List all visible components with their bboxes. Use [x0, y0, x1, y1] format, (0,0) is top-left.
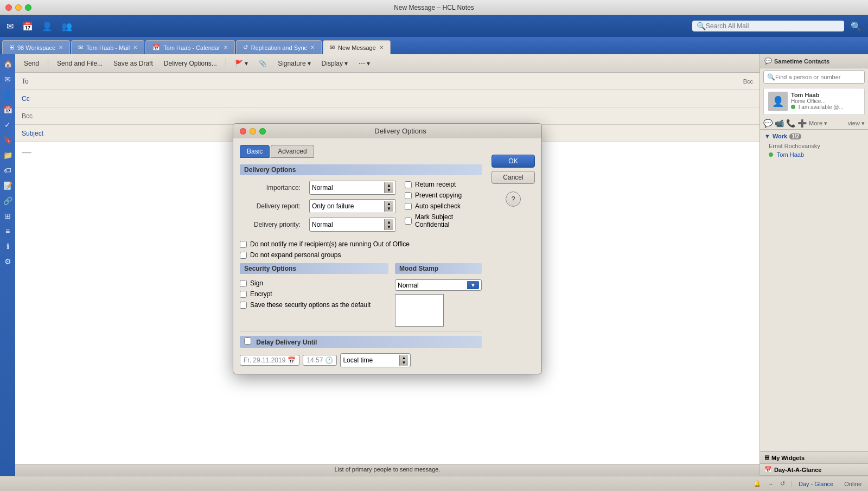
minimize-button[interactable]: [15, 4, 22, 11]
groups-nav-icon[interactable]: 👥: [59, 19, 74, 34]
cancel-button[interactable]: Cancel: [492, 171, 535, 184]
importance-select[interactable]: Normal ▲▼: [309, 181, 396, 195]
sidebar-calendar-icon[interactable]: 📅: [2, 104, 14, 115]
dialog-min-button[interactable]: [250, 128, 256, 135]
bcc-input[interactable]: [43, 112, 753, 120]
cc-field-row: Cc: [15, 90, 760, 107]
video-icon[interactable]: 📹: [775, 119, 784, 127]
dialog-titlebar: Delivery Options: [233, 124, 541, 138]
delay-timezone-select[interactable]: Local time ▲▼: [340, 353, 411, 367]
delivery-report-select[interactable]: Only on failure ▲▼: [309, 199, 396, 213]
tab-replication[interactable]: ↺ Replication and Sync ✕: [236, 40, 322, 54]
sidebar-tag-icon[interactable]: 🏷: [3, 165, 12, 176]
calendar-icon[interactable]: 📅: [288, 356, 296, 364]
find-person-input[interactable]: [775, 74, 861, 80]
sidebar-folder-icon[interactable]: 📁: [2, 150, 14, 161]
chat-icon[interactable]: 💬: [763, 119, 773, 127]
timezone-arrow: ▲▼: [399, 355, 409, 366]
display-button[interactable]: Display ▾: [317, 58, 352, 69]
my-widgets-section[interactable]: ⊞ My Widgets: [760, 452, 868, 464]
sidebar-list-icon[interactable]: ≡: [4, 226, 11, 237]
find-person-field: 🔍: [763, 71, 865, 84]
to-label[interactable]: To: [22, 78, 43, 85]
cc-label[interactable]: Cc: [22, 95, 43, 103]
sidebar-settings-icon[interactable]: ⚙: [3, 256, 12, 267]
sidebar-note-icon[interactable]: 📝: [2, 180, 14, 191]
sidebar-bookmark-icon[interactable]: 🔖: [2, 135, 14, 145]
more-button[interactable]: ⋯ ▾: [354, 58, 374, 69]
ok-button[interactable]: OK: [492, 155, 535, 168]
replication-tab-close[interactable]: ✕: [310, 44, 315, 50]
do-not-notify-checkbox[interactable]: [240, 241, 247, 248]
mail-nav-icon[interactable]: ✉: [4, 19, 16, 34]
bcc-label[interactable]: Bcc: [22, 112, 43, 120]
calendar-nav-icon[interactable]: 📅: [20, 19, 35, 34]
toolbar-sep-2: [226, 58, 226, 69]
close-button[interactable]: [5, 4, 12, 11]
sidebar-mail-icon[interactable]: ✉: [3, 74, 12, 85]
workspace-tab-close[interactable]: ✕: [59, 44, 63, 50]
tab-workspace[interactable]: ⊞ 98 Workspace ✕: [2, 40, 70, 54]
dialog-close-button[interactable]: [240, 128, 246, 135]
tab-newmessage[interactable]: ✉ New Message ✕: [323, 40, 391, 54]
sidebar-home-icon[interactable]: 🏠: [2, 59, 14, 69]
tab-mail[interactable]: ✉ Tom Haab - Mail ✕: [71, 40, 144, 54]
dialog-max-button[interactable]: [259, 128, 266, 135]
send-and-file-button[interactable]: Send and File...: [53, 58, 107, 69]
sidebar-info-icon[interactable]: ℹ: [5, 241, 10, 252]
sidebar-grid-icon[interactable]: ⊞: [3, 211, 12, 221]
bcc-toggle[interactable]: Bcc: [743, 78, 753, 85]
calendar-tab-close[interactable]: ✕: [224, 44, 228, 50]
search-button[interactable]: 🔍: [848, 19, 864, 34]
mail-tab-close[interactable]: ✕: [133, 44, 137, 50]
attachment-button[interactable]: 📎: [254, 58, 271, 69]
sidebar-person-icon[interactable]: 👤: [2, 89, 14, 100]
maximize-button[interactable]: [25, 4, 31, 11]
help-button[interactable]: ?: [506, 192, 521, 207]
prevent-copying-checkbox[interactable]: [405, 192, 412, 199]
replication-tab-icon: ↺: [243, 44, 248, 51]
delay-date-input[interactable]: Fr. 29.11.2019 📅: [240, 355, 299, 366]
delay-time-input[interactable]: 14:57 🕐: [303, 355, 337, 366]
return-receipt-checkbox[interactable]: [405, 181, 412, 188]
to-input[interactable]: [43, 78, 743, 85]
auto-spellcheck-checkbox[interactable]: [405, 203, 412, 210]
send-button[interactable]: Send: [20, 58, 43, 69]
do-not-expand-checkbox[interactable]: [240, 252, 247, 259]
delivery-options-button[interactable]: Delivery Options...: [159, 58, 221, 69]
sidebar-connect-icon[interactable]: 🔗: [2, 195, 14, 206]
encrypt-checkbox[interactable]: [240, 291, 247, 298]
sidebar-task-icon[interactable]: ✓: [3, 119, 12, 130]
view-icon[interactable]: view ▾: [848, 120, 865, 127]
cc-input[interactable]: [43, 95, 753, 103]
day-at-a-glance-section[interactable]: 📅 Day-At-A-Glance: [760, 464, 868, 476]
dialog-tab-advanced[interactable]: Advanced: [271, 145, 314, 158]
work-header[interactable]: ▼ Work 1/2: [764, 133, 864, 139]
save-as-draft-button[interactable]: Save as Draft: [109, 58, 157, 69]
sametime-header: 💬 Sametime Contacts: [760, 54, 868, 68]
find-icon: 🔍: [767, 73, 775, 81]
save-security-checkbox[interactable]: [240, 302, 247, 309]
delay-checkbox[interactable]: [244, 337, 251, 345]
tab-calendar[interactable]: 📅 Tom Haab - Calendar ✕: [145, 40, 235, 54]
search-input[interactable]: [706, 22, 840, 30]
sign-checkbox[interactable]: [240, 280, 247, 287]
more-icon[interactable]: More ▾: [809, 120, 827, 127]
add-icon[interactable]: ➕: [797, 119, 807, 127]
day-glance-tab[interactable]: Day - Glance: [792, 481, 833, 487]
flag-button[interactable]: 🚩 ▾: [231, 58, 252, 69]
mark-confidential-checkbox[interactable]: [405, 218, 412, 225]
compose-status: List of primary people to send message.: [15, 464, 760, 476]
signature-button[interactable]: Signature ▾: [273, 58, 315, 69]
phone-icon[interactable]: 📞: [786, 119, 795, 127]
newmessage-tab-close[interactable]: ✕: [379, 44, 384, 50]
clock-icon[interactable]: 🕐: [325, 356, 333, 364]
mood-arrow: ▼: [467, 281, 479, 289]
mood-select[interactable]: Normal ▼: [395, 279, 482, 291]
contacts-nav-icon[interactable]: 👤: [40, 19, 55, 34]
security-section: Security Options Sign Encrypt: [240, 263, 388, 327]
mail-tab-icon: ✉: [78, 44, 83, 51]
bell-icon[interactable]: 🔔: [754, 480, 761, 487]
delivery-priority-select[interactable]: Normal ▲▼: [309, 218, 396, 232]
dialog-tab-basic[interactable]: Basic: [240, 145, 270, 158]
